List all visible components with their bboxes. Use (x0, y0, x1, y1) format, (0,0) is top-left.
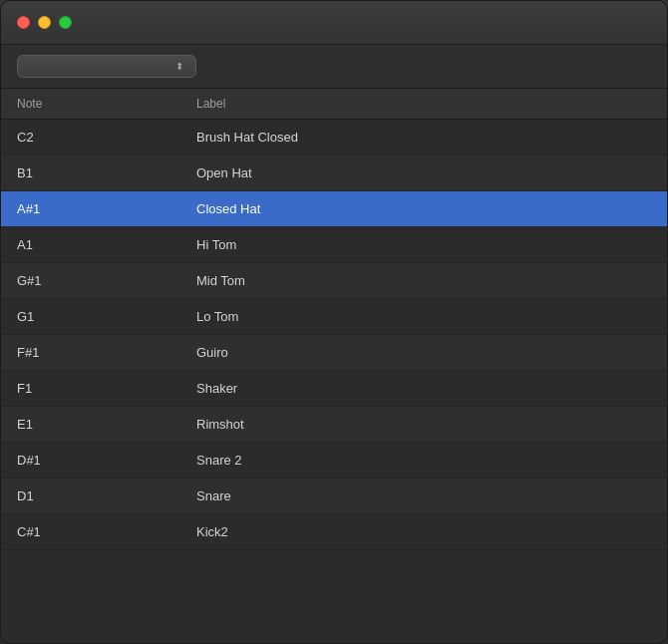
window-controls (17, 16, 72, 29)
note-cell: B1 (1, 156, 180, 190)
maximize-button[interactable] (59, 16, 72, 29)
label-cell: Snare (180, 479, 667, 513)
toolbar: ⬍ (1, 45, 667, 89)
table-row[interactable]: C2Brush Hat Closed (1, 120, 667, 156)
note-cell: F#1 (1, 335, 180, 370)
label-cell: Shaker (180, 371, 667, 406)
table-row[interactable]: G#1Mid Tom (1, 263, 667, 299)
table-row[interactable]: E1Rimshot (1, 407, 667, 443)
note-cell: A1 (1, 227, 180, 262)
note-cell: D1 (1, 479, 180, 513)
table-row[interactable]: G1Lo Tom (1, 299, 667, 335)
chevron-down-icon: ⬍ (175, 61, 183, 72)
label-cell: Snare 2 (180, 443, 667, 478)
label-cell: Open Hat (180, 156, 667, 190)
title-bar (1, 1, 667, 45)
table-row[interactable]: F#1Guiro (1, 335, 667, 371)
table-row[interactable]: C#1Kick2 (1, 514, 667, 550)
table-row[interactable]: B1Open Hat (1, 156, 667, 191)
note-cell: G#1 (1, 263, 180, 298)
label-cell: Rimshot (180, 407, 667, 442)
note-cell: D#1 (1, 443, 180, 478)
table-row[interactable]: F1Shaker (1, 371, 667, 407)
label-cell: Hi Tom (180, 227, 667, 262)
note-column-header: Note (1, 89, 180, 119)
main-window: ⬍ Note Label C2Brush Hat ClosedB1Open Ha… (0, 0, 668, 644)
note-cell: F1 (1, 371, 180, 406)
label-cell: Guiro (180, 335, 667, 370)
label-cell: Mid Tom (180, 263, 667, 298)
note-cell: C2 (1, 120, 180, 155)
label-cell: Brush Hat Closed (180, 120, 667, 155)
table-row[interactable]: D#1Snare 2 (1, 443, 667, 479)
table-row[interactable]: A#1Closed Hat (1, 191, 667, 227)
label-cell: Kick2 (180, 514, 667, 549)
note-cell: E1 (1, 407, 180, 442)
close-button[interactable] (17, 16, 30, 29)
minimize-button[interactable] (38, 16, 51, 29)
note-cell: C#1 (1, 514, 180, 549)
save-key-label-dropdown[interactable]: ⬍ (17, 55, 196, 78)
note-cell: G1 (1, 299, 180, 334)
table-header: Note Label (1, 89, 667, 120)
table-body[interactable]: C2Brush Hat ClosedB1Open HatA#1Closed Ha… (1, 120, 667, 643)
table-row[interactable]: A1Hi Tom (1, 227, 667, 263)
note-cell: A#1 (1, 191, 180, 226)
table-row[interactable]: D1Snare (1, 479, 667, 514)
label-cell: Closed Hat (180, 191, 667, 226)
label-column-header: Label (180, 89, 667, 119)
key-labels-table: Note Label C2Brush Hat ClosedB1Open HatA… (1, 89, 667, 643)
label-cell: Lo Tom (180, 299, 667, 334)
